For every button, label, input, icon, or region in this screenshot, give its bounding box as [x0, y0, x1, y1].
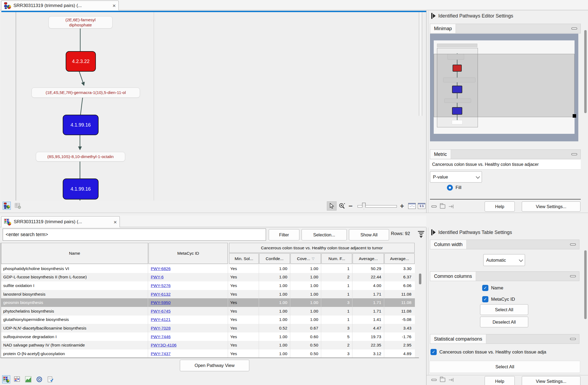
- column-header-confidence[interactable]: Confide...: [259, 253, 290, 264]
- fill-radio-row[interactable]: Fill: [447, 185, 461, 191]
- minimap-viewport-rect[interactable]: [434, 54, 575, 117]
- filter-button[interactable]: Filter: [269, 229, 299, 240]
- close-icon[interactable]: ×: [114, 219, 117, 225]
- zoom-in-tool-icon[interactable]: [337, 201, 347, 211]
- metacyc-link[interactable]: PWY-5950: [151, 300, 171, 305]
- collapse-section-icon[interactable]: [570, 338, 576, 340]
- collapse-section-icon[interactable]: [571, 153, 577, 155]
- zoom-in-button[interactable]: +: [398, 201, 406, 211]
- table-row[interactable]: phosphatidylcholine biosynthesis VIPWY-6…: [1, 264, 415, 273]
- column-header-min-sol[interactable]: Min. Sol...: [229, 253, 259, 264]
- panel-scrollbar-thumb[interactable]: [584, 30, 587, 113]
- zoom-slider-thumb[interactable]: [362, 203, 366, 210]
- enzyme-node-4-2-3-22[interactable]: 4.2.3.22: [66, 51, 96, 72]
- top-vertical-splitter[interactable]: [426, 10, 426, 213]
- metacyc-link[interactable]: PWY-5276: [151, 283, 171, 288]
- common-columns-section-header[interactable]: Common columns: [430, 271, 579, 281]
- column-header-average-1[interactable]: Average...: [353, 253, 384, 264]
- group-settings-icon[interactable]: [440, 204, 445, 209]
- column-width-section-header[interactable]: Column width: [430, 240, 579, 249]
- select-all-button[interactable]: Select All: [480, 304, 528, 315]
- table-row[interactable]: protein O-[N-acetyl]-glucosylationPWY-74…: [1, 349, 415, 358]
- metric-dropdown[interactable]: P-value: [430, 171, 482, 183]
- fit-width-icon[interactable]: ←··→: [407, 201, 417, 211]
- deselect-all-button[interactable]: Deselect All: [480, 317, 528, 327]
- metacyc-checkbox-row[interactable]: ✓ MetaCyc ID: [482, 296, 515, 302]
- metacyc-link[interactable]: PWY-6132: [151, 292, 171, 297]
- collapse-section-icon[interactable]: [570, 243, 576, 246]
- tab-pathway-editor[interactable]: SRR30311319 (trimmed pairs) (... ×: [1, 1, 119, 10]
- column-group-header-comparison[interactable]: Cancerous colon tissue vs. Healthy colon…: [229, 243, 415, 253]
- pathway-view-mode-icon[interactable]: [3, 202, 11, 210]
- collapse-all-icon[interactable]: [431, 205, 437, 208]
- group-settings-icon[interactable]: [440, 378, 445, 382]
- collapse-section-icon[interactable]: [571, 27, 577, 30]
- compound-node-farnesyl-diphosphate[interactable]: (2E,6E)-farnesyl diphosphate: [48, 16, 113, 29]
- statistical-comparisons-section-header[interactable]: Statistical comparisons: [430, 334, 579, 344]
- column-header-metacyc-id[interactable]: MetaCyc ID: [149, 243, 228, 264]
- filter-funnel-icon[interactable]: [418, 231, 425, 238]
- table-row[interactable]: NAD salvage pathway IV (from nicotinamid…: [1, 341, 415, 349]
- comparison-checkbox-row[interactable]: ✓ Cancerous colon tissue vs. Healthy col…: [430, 349, 580, 355]
- table-row[interactable]: lanosterol biosynthesisPWY-6132Yes1.001.…: [1, 290, 415, 299]
- column-width-dropdown[interactable]: Automatic: [483, 254, 525, 266]
- metacyc-link[interactable]: PWY-6826: [151, 266, 171, 271]
- metacyc-link[interactable]: PWY-7446: [151, 334, 171, 339]
- table-row[interactable]: sulfite oxidation IPWY-5276Yes1.001.0014…: [1, 281, 415, 290]
- help-button[interactable]: Help: [485, 376, 515, 385]
- table-row[interactable]: geosmin biosynthesisPWY-5950Yes1.001.003…: [1, 298, 415, 307]
- table-scrollbar-thumb[interactable]: [419, 274, 421, 284]
- view-settings-button[interactable]: View Settings...: [522, 376, 580, 385]
- pan-select-tool-icon[interactable]: [327, 201, 337, 211]
- panel-scrollbar-thumb[interactable]: [584, 250, 587, 319]
- collapse-section-icon[interactable]: [570, 275, 576, 277]
- dock-panel-icon[interactable]: [449, 204, 454, 209]
- bottom-vertical-splitter[interactable]: [426, 228, 426, 385]
- editor-vertical-scrollbar[interactable]: [419, 12, 422, 116]
- metacyc-link[interactable]: PWY-6: [151, 275, 164, 279]
- zoom-out-button[interactable]: −: [347, 201, 354, 211]
- stat-select-all-button[interactable]: Select All: [429, 361, 580, 373]
- enzyme-node-4-1-99-16-b[interactable]: 4.1.99.16: [63, 178, 99, 200]
- pathway-canvas[interactable]: (2E,6E)-farnesyl diphosphate 4.2.3.22 (1…: [1, 12, 426, 201]
- panel-collapse-icon[interactable]: [431, 13, 436, 19]
- table-row[interactable]: phytochelatins biosynthesisPWY-6745Yes1.…: [1, 307, 415, 316]
- view-settings-button[interactable]: View Settings...: [522, 201, 580, 212]
- open-pathway-view-button[interactable]: Open Pathway View: [180, 360, 249, 371]
- compound-node-dimethyl-octalin[interactable]: (8S,9S,10S)-8,10-dimethyl-1-octalin: [36, 152, 125, 162]
- checkbox-checked-icon[interactable]: ✓: [482, 285, 488, 291]
- table-row[interactable]: sulfoquinovose degradation IPWY-7446Yes1…: [1, 332, 415, 341]
- panel-collapse-icon[interactable]: [431, 229, 436, 235]
- metric-section-header[interactable]: Metric: [430, 149, 581, 159]
- chart-view-icon[interactable]: [24, 375, 32, 383]
- close-icon[interactable]: ×: [113, 3, 116, 8]
- notes-view-icon[interactable]: [46, 375, 54, 383]
- fill-radio-selected[interactable]: [447, 185, 453, 191]
- dock-panel-icon[interactable]: [449, 377, 454, 382]
- column-header-name[interactable]: Name: [1, 243, 148, 264]
- minimap[interactable]: [430, 34, 578, 141]
- metacyc-link[interactable]: PWY-7028: [151, 326, 171, 331]
- table-view-mode-icon[interactable]: [14, 202, 22, 210]
- show-all-button[interactable]: Show All: [349, 229, 389, 240]
- compound-node-germacradienol[interactable]: (1E,4S,5E,7R)-germacra-1(10),5-dien-11-o…: [32, 88, 140, 98]
- checkbox-checked-icon[interactable]: ✓: [430, 349, 437, 355]
- overview-icon[interactable]: [35, 375, 43, 383]
- zoom-100-icon[interactable]: 1:1: [417, 201, 426, 211]
- table-view-icon[interactable]: [2, 375, 10, 383]
- metacyc-link[interactable]: PWY-4121: [151, 317, 171, 322]
- metacyc-link[interactable]: PWY-6745: [151, 309, 171, 314]
- enzyme-node-4-1-99-16-a[interactable]: 4.1.99.16: [63, 115, 99, 135]
- collapse-all-icon[interactable]: [431, 379, 437, 381]
- table-row[interactable]: UDP-N,N'-diacetylbacillosamine biosynthe…: [1, 324, 415, 332]
- metacyc-link[interactable]: PWY3O-4106: [151, 343, 177, 348]
- help-button[interactable]: Help: [485, 201, 515, 212]
- selection-button[interactable]: Selection...: [302, 229, 347, 240]
- search-input[interactable]: [3, 229, 266, 241]
- column-header-num-found[interactable]: Num. F...: [321, 253, 352, 264]
- tab-pathways-table[interactable]: SRR30311319 (trimmed pairs) (... ×: [1, 216, 120, 227]
- column-header-coverage[interactable]: Cove... ▽: [290, 253, 321, 264]
- table-row[interactable]: glutathionylspermidine biosynthesisPWY-4…: [1, 316, 415, 324]
- metacyc-link[interactable]: PWY-7437: [151, 351, 171, 356]
- table-row[interactable]: GDP-L-fucose biosynthesis II (from L-fuc…: [1, 273, 415, 282]
